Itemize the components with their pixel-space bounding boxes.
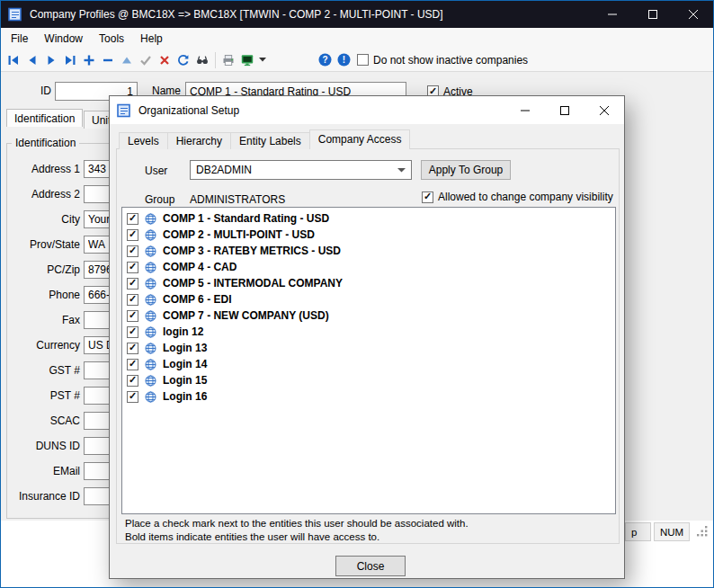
last-record-icon[interactable] [61, 50, 79, 70]
entity-checkbox[interactable] [127, 262, 138, 273]
organizational-setup-dialog: Organizational Setup Levels Hierarchy En… [109, 95, 625, 579]
tab-identification[interactable]: Identification [6, 109, 83, 127]
duns-label: DUNS ID [4, 440, 80, 452]
entity-row[interactable]: COMP 4 - CAD [122, 259, 615, 275]
entity-checkbox[interactable] [127, 229, 138, 241]
pc-zip-label: PC/Zip [4, 263, 80, 276]
entity-row[interactable]: Login 13 [122, 340, 615, 356]
menu-help[interactable]: Help [132, 30, 171, 48]
info-icon[interactable]: ! [335, 50, 353, 70]
help-icon[interactable]: ? [316, 50, 334, 70]
user-combobox[interactable]: DB2ADMIN [190, 160, 412, 180]
hide-inactive-checkbox[interactable] [357, 54, 369, 66]
entity-checkbox[interactable] [127, 278, 138, 290]
entity-listbox[interactable]: COMP 1 - Standard Rating - USD COMP 2 - … [121, 207, 616, 514]
add-record-icon[interactable] [80, 50, 98, 70]
entity-row[interactable]: Login 15 [122, 372, 615, 388]
pst-label: PST # [4, 389, 80, 402]
apply-to-group-button[interactable]: Apply To Group [421, 160, 511, 180]
entity-label: Login 13 [163, 342, 207, 354]
entity-checkbox[interactable] [127, 213, 138, 225]
print-icon[interactable] [219, 50, 237, 70]
entity-row[interactable]: Login 16 [122, 388, 615, 405]
dialog-close-button[interactable] [585, 96, 624, 124]
prov-state-label: Prov/State [4, 238, 80, 251]
close-button[interactable] [673, 1, 713, 28]
main-window: Company Profiles @ BMC18X => BMC18X [TMW… [0, 0, 714, 588]
entity-label: COMP 1 - Standard Rating - USD [163, 212, 329, 225]
entity-row[interactable]: COMP 7 - NEW COMPANY (USD) [122, 307, 615, 324]
entity-row[interactable]: Login 14 [122, 356, 615, 372]
tab-company-access[interactable]: Company Access [309, 129, 411, 149]
find-icon[interactable] [193, 50, 211, 70]
entity-checkbox[interactable] [127, 326, 138, 338]
globe-icon [145, 294, 156, 306]
app-icon [8, 7, 22, 22]
window-title: Company Profiles @ BMC18X => BMC18X [TMW… [30, 8, 592, 21]
entity-checkbox[interactable] [127, 343, 138, 354]
dialog-maximize-button[interactable] [545, 96, 585, 124]
address2-label: Address 2 [4, 188, 80, 200]
entity-label: COMP 2 - MULTI-POINT - USD [163, 228, 315, 241]
phone-label: Phone [4, 289, 80, 301]
next-record-icon[interactable] [42, 50, 60, 70]
dialog-title-bar: Organizational Setup [110, 96, 624, 124]
minimize-button[interactable] [592, 1, 632, 28]
scac-label: SCAC [4, 414, 80, 427]
entity-row[interactable]: COMP 6 - EDI [122, 291, 615, 307]
entity-checkbox[interactable] [127, 245, 138, 257]
post-edit-icon[interactable] [137, 50, 155, 70]
entity-checkbox[interactable] [127, 359, 138, 370]
entity-checkbox[interactable] [127, 391, 138, 403]
entity-label: COMP 4 - CAD [163, 261, 237, 273]
first-record-icon[interactable] [4, 50, 22, 70]
entity-row[interactable]: COMP 3 - RATEBY METRICS - USD [122, 243, 615, 259]
close-dialog-button[interactable]: Close [335, 556, 406, 576]
menu-tools[interactable]: Tools [91, 30, 132, 48]
company-access-panel: User DB2ADMIN Apply To Group Group ADMIN… [116, 148, 620, 544]
currency-label: Currency [4, 339, 80, 352]
menu-file[interactable]: File [3, 30, 36, 48]
delete-record-icon[interactable] [99, 50, 117, 70]
tab-hierarchy[interactable]: Hierarchy [167, 132, 231, 149]
dialog-title: Organizational Setup [138, 104, 505, 117]
city-label: City [4, 213, 80, 226]
globe-icon [145, 326, 156, 338]
user-combobox-value: DB2ADMIN [196, 164, 252, 176]
resize-grip[interactable] [695, 524, 709, 540]
entity-row[interactable]: COMP 5 - INTERMODAL COMPANY [122, 275, 615, 291]
globe-icon [145, 391, 156, 403]
globe-icon [145, 278, 156, 290]
group-value: ADMINISTRATORS [190, 193, 285, 206]
svg-text:!: ! [342, 55, 344, 65]
allow-visibility-checkbox[interactable] [422, 192, 433, 203]
cancel-edit-icon[interactable] [156, 50, 174, 70]
note-line2: Bold items indicate entities the user wi… [125, 531, 379, 542]
maximize-button[interactable] [632, 1, 673, 28]
entity-row[interactable]: COMP 1 - Standard Rating - USD [122, 210, 615, 227]
title-bar: Company Profiles @ BMC18X => BMC18X [TMW… [1, 1, 713, 28]
entity-row[interactable]: login 12 [122, 324, 615, 340]
globe-icon [145, 262, 156, 273]
refresh-icon[interactable] [174, 50, 192, 70]
svg-text:?: ? [322, 55, 327, 65]
monitor-icon[interactable] [238, 50, 256, 70]
globe-icon [145, 213, 156, 225]
dialog-icon [117, 103, 131, 118]
edit-record-icon[interactable] [118, 50, 136, 70]
tab-levels[interactable]: Levels [119, 132, 168, 149]
entity-row[interactable]: COMP 2 - MULTI-POINT - USD [122, 227, 615, 243]
entity-checkbox[interactable] [127, 310, 138, 322]
menu-window[interactable]: Window [36, 30, 91, 48]
dialog-minimize-button[interactable] [505, 96, 545, 124]
tab-entity-labels[interactable]: Entity Labels [230, 132, 310, 149]
globe-icon [145, 359, 156, 370]
monitor-dropdown-icon[interactable] [257, 50, 267, 70]
entity-checkbox[interactable] [127, 375, 138, 387]
statusbar-num-indicator: NUM [654, 522, 690, 541]
chevron-down-icon [397, 168, 406, 173]
email-label: EMail [4, 465, 80, 477]
entity-checkbox[interactable] [127, 294, 138, 306]
user-label: User [145, 165, 167, 177]
previous-record-icon[interactable] [23, 50, 41, 70]
